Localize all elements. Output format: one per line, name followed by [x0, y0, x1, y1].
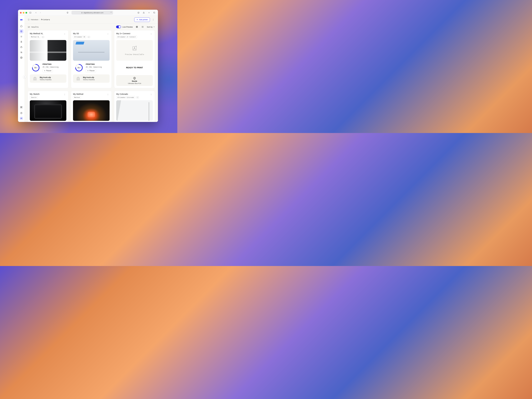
job-owner: Vishnu Anantha	[83, 79, 95, 81]
new-tab-icon[interactable]	[147, 11, 151, 14]
svg-rect-22	[28, 19, 29, 20]
privacy-shield-icon[interactable]	[66, 11, 69, 14]
svg-point-51	[108, 33, 108, 33]
nav-qr-icon[interactable]	[19, 105, 24, 109]
nav-forward-button[interactable]	[38, 11, 42, 14]
svg-rect-34	[136, 26, 137, 27]
printer-model-tag: Method	[73, 96, 81, 99]
model-thumbnail-icon	[32, 76, 38, 81]
nozzle-info-row: 1 Nozzle Ultimaker Blue PLA	[116, 75, 153, 86]
downloads-icon[interactable]	[137, 11, 140, 14]
nav-team[interactable]	[19, 50, 24, 55]
add-printer-button[interactable]: Add printer	[134, 18, 150, 22]
svg-point-68	[64, 95, 65, 95]
time-remaining: 2h 23m remaining	[86, 66, 102, 68]
svg-point-45	[64, 34, 65, 34]
tabs-overview-icon[interactable]	[152, 11, 156, 14]
live-preview-toggle[interactable]	[116, 25, 121, 28]
svg-point-60	[151, 34, 151, 35]
camera-preview	[116, 100, 153, 121]
share-icon[interactable]	[142, 11, 146, 14]
time-remaining: 2h 23m remaining	[43, 66, 59, 68]
pause-button[interactable]: Pause	[43, 69, 53, 72]
sort-by-dropdown[interactable]: Sort by	[147, 26, 155, 28]
svg-rect-62	[133, 49, 135, 50]
breadcrumb: Heineken / Printers	[28, 19, 50, 21]
cloud-connection-icon	[88, 36, 90, 38]
job-filename: Big truck.ufp	[83, 76, 95, 78]
window-maximize-button[interactable]	[25, 12, 27, 13]
printer-model-tag: Sketch	[30, 96, 38, 99]
printer-model-tag: Ultimaker Colorado	[116, 96, 135, 99]
printer-card[interactable]: My Sketch Sketch	[28, 91, 69, 122]
card-overflow-button[interactable]	[63, 32, 66, 36]
svg-point-59	[151, 34, 151, 34]
progress-percent: 75	[34, 67, 36, 69]
svg-point-71	[108, 95, 108, 95]
printer-card[interactable]: My Colorado Ultimaker Colorado	[114, 91, 155, 122]
card-overflow-button[interactable]	[63, 93, 66, 96]
svg-rect-11	[21, 32, 22, 32]
svg-rect-36	[136, 27, 137, 28]
nav-help-icon[interactable]	[19, 111, 24, 115]
printer-card[interactable]: My Method XL Method XL	[28, 30, 69, 88]
nozzle-label: Nozzle	[132, 80, 137, 82]
svg-point-44	[64, 33, 65, 33]
grid-view-button[interactable]	[135, 25, 139, 29]
model-thumbnail-icon	[75, 76, 81, 81]
header-overflow-button[interactable]	[152, 18, 155, 21]
printer-model-tag: Ultimaker S5	[73, 35, 86, 38]
svg-point-70	[108, 94, 108, 95]
nozzle-index: 1	[133, 76, 136, 80]
svg-rect-13	[20, 47, 22, 48]
pause-label: Pause	[89, 70, 95, 72]
svg-point-16	[21, 57, 22, 58]
nav-jobs[interactable]	[19, 40, 24, 44]
svg-point-73	[151, 94, 151, 95]
sort-by-label: Sort by	[147, 26, 152, 28]
nav-back-button[interactable]	[34, 11, 38, 14]
svg-point-33	[153, 20, 153, 20]
list-view-button[interactable]	[141, 25, 144, 29]
printer-card[interactable]: My Method Method	[71, 91, 112, 122]
window-minimize-button[interactable]	[23, 12, 24, 13]
camera-preview	[73, 40, 110, 61]
printer-name: My S5	[73, 32, 90, 35]
card-overflow-button[interactable]	[150, 32, 153, 36]
svg-point-15	[21, 52, 22, 52]
reload-icon[interactable]	[110, 12, 112, 13]
nav-printers[interactable]	[19, 29, 24, 33]
card-overflow-button[interactable]	[106, 32, 110, 36]
window-controls	[20, 12, 27, 13]
printer-card[interactable]: My 2+ Connect Ultimaker 2+ Connect Previ…	[114, 30, 155, 88]
browser-window: digitalfactory.ultimaker.com	[18, 10, 158, 122]
svg-point-66	[64, 94, 65, 94]
app-logo-icon[interactable]	[20, 18, 23, 21]
sidebar-expand-button[interactable]	[23, 75, 26, 78]
nav-materials[interactable]	[19, 34, 24, 39]
svg-point-12	[21, 36, 22, 37]
user-avatar[interactable]: JD	[20, 117, 23, 120]
nav-storage[interactable]	[19, 45, 24, 49]
pause-button[interactable]: Pause	[86, 69, 96, 72]
nav-settings[interactable]	[19, 55, 24, 60]
pause-label: Pause	[46, 70, 51, 72]
printer-name: My Colorado	[116, 93, 139, 95]
nav-home[interactable]	[19, 24, 24, 28]
printer-model-tag: Method XL	[30, 35, 41, 38]
window-close-button[interactable]	[20, 12, 22, 13]
card-overflow-button[interactable]	[106, 93, 110, 96]
sidebar-toggle-icon[interactable]	[29, 11, 32, 14]
svg-rect-37	[137, 27, 138, 28]
app-sidebar: JD	[18, 16, 25, 122]
address-bar[interactable]: digitalfactory.ultimaker.com	[71, 11, 113, 14]
cloud-connection-icon	[136, 96, 139, 98]
printer-card[interactable]: My S5 Ultimaker S5	[71, 30, 112, 88]
card-overflow-button[interactable]	[150, 93, 153, 96]
printer-name: My Method	[73, 93, 83, 95]
chevron-down-icon	[153, 26, 155, 28]
breadcrumb-org[interactable]: Heineken	[31, 19, 38, 21]
lock-icon	[81, 12, 83, 13]
add-printer-label: Add printer	[139, 19, 148, 21]
svg-rect-57	[88, 70, 88, 71]
